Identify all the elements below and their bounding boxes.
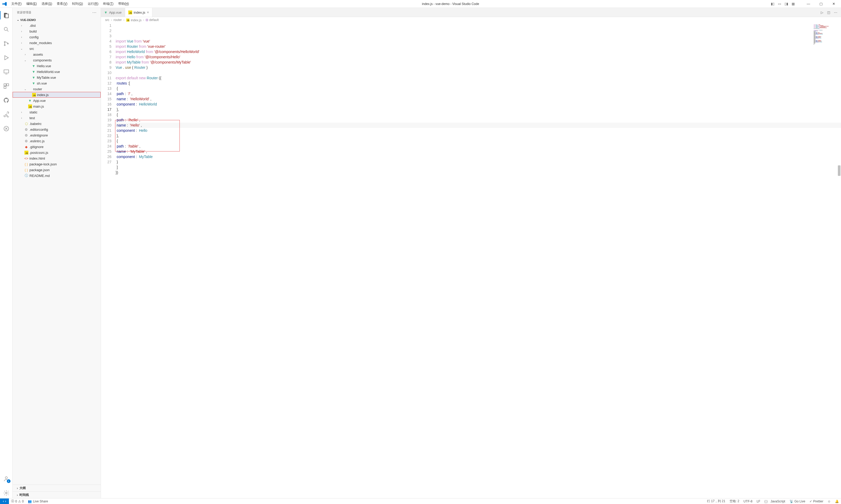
tree-item-.postcssrc.js[interactable]: JS.postcssrc.js	[13, 150, 101, 156]
notifications-icon[interactable]: 🔔	[833, 499, 841, 504]
accounts-icon[interactable]: 1	[0, 473, 13, 484]
scrollbar[interactable]	[837, 23, 841, 498]
remote-indicator[interactable]	[0, 499, 9, 504]
tree-item-static[interactable]: ›static	[13, 109, 101, 115]
code-line-19[interactable]: },	[116, 133, 841, 138]
layout-right-icon[interactable]: ▯▮	[784, 1, 789, 6]
source-control-icon[interactable]	[0, 38, 13, 49]
layout-grid-icon[interactable]: ▦	[791, 1, 796, 6]
tree-item-.babelrc[interactable]: ⬡.babelrc	[13, 121, 101, 127]
code-line-6[interactable]: Vue . use ( Router )	[116, 65, 841, 70]
minimize-button[interactable]: ―	[803, 0, 814, 8]
menu-帮助(H)[interactable]: 帮助(H)	[116, 1, 131, 7]
tree-item-assets[interactable]: ›assets	[13, 51, 101, 57]
timeline-section[interactable]: ›时间线	[13, 491, 101, 498]
tree-item-HelloWorld.vue[interactable]: ▼HelloWorld.vue	[13, 69, 101, 75]
code-line-17[interactable]: name : 'Hello' ,	[116, 123, 841, 128]
code-content[interactable]: import Vue from 'vue'import Router from …	[116, 23, 841, 498]
extensions-icon[interactable]	[0, 81, 13, 91]
code-line-1[interactable]: import Vue from 'vue'	[116, 39, 841, 44]
code-line-27[interactable]	[116, 175, 841, 180]
menu-选择(S)[interactable]: 选择(S)	[39, 1, 54, 7]
indentation[interactable]: 空格: 2	[727, 499, 741, 504]
liveshare-button[interactable]: 👥Live Share	[26, 499, 50, 504]
tree-item-App.vue[interactable]: ▼App.vue	[13, 98, 101, 104]
code-line-21[interactable]: path : '/table' ,	[116, 144, 841, 149]
tree-item-test[interactable]: ›test	[13, 115, 101, 121]
share-icon[interactable]	[0, 109, 13, 120]
eol[interactable]: LF	[755, 499, 762, 504]
code-line-2[interactable]: import Router from 'vue-router'	[116, 44, 841, 49]
tree-item-index.js[interactable]: JSindex.js	[13, 92, 101, 98]
menu-终端(T)[interactable]: 终端(T)	[101, 1, 115, 7]
tree-root[interactable]: ⌄ VUE-DEMO	[13, 17, 101, 22]
tree-item-.dist[interactable]: ›.dist	[13, 22, 101, 28]
tree-item-README.md[interactable]: ⓘREADME.md	[13, 173, 101, 179]
code-line-23[interactable]: component : MyTable	[116, 154, 841, 159]
prettier-button[interactable]: ✓Prettier	[807, 499, 825, 504]
tree-item-build[interactable]: ›build	[13, 28, 101, 34]
tree-item-.eslintignore[interactable]: ⚙.eslintignore	[13, 132, 101, 138]
breadcrumbs[interactable]: src›router›JS index.js›⊟ default	[101, 17, 841, 23]
code-line-14[interactable]: },	[116, 107, 841, 112]
code-editor[interactable]: 1234567891011121314151617181920212223242…	[101, 23, 841, 498]
sidebar-more-icon[interactable]: ⋯	[92, 10, 97, 15]
code-line-12[interactable]: name : 'HelloWorld' ,	[116, 96, 841, 102]
code-line-4[interactable]: import Hello from '@/components/Hello'	[116, 54, 841, 59]
menu-查看(V)[interactable]: 查看(V)	[55, 1, 69, 7]
code-line-7[interactable]	[116, 70, 841, 75]
layout-left-icon[interactable]: ▮▯	[770, 1, 775, 6]
code-line-11[interactable]: path : '/' ,	[116, 91, 841, 96]
tree-item-Hello.vue[interactable]: ▼Hello.vue	[13, 63, 101, 69]
code-line-22[interactable]: name : 'MyTable' ,	[116, 149, 841, 154]
breadcrumb-item[interactable]: src	[105, 18, 109, 22]
code-line-15[interactable]: {	[116, 112, 841, 117]
search-icon[interactable]	[0, 24, 13, 35]
code-line-10[interactable]: {	[116, 86, 841, 91]
tree-item-MyTable.vue[interactable]: ▼MyTable.vue	[13, 75, 101, 80]
maximize-button[interactable]: ▢	[816, 0, 826, 8]
code-line-26[interactable]: })	[116, 170, 841, 175]
tree-item-package.json[interactable]: { }package.json	[13, 167, 101, 173]
settings-gear-icon[interactable]	[0, 488, 13, 498]
tree-item-index.html[interactable]: <>index.html	[13, 156, 101, 161]
run-debug-icon[interactable]	[0, 53, 13, 63]
encoding[interactable]: UTF-8	[741, 499, 755, 504]
close-tab-icon[interactable]: ×	[147, 10, 149, 15]
remote-explorer-icon[interactable]	[0, 67, 13, 77]
code-line-9[interactable]: routes :[	[116, 80, 841, 86]
language-mode[interactable]: { } JavaScript	[762, 499, 787, 504]
tree-item-.editorconfig[interactable]: ⚙.editorconfig	[13, 127, 101, 132]
code-line-18[interactable]: component : Hello	[116, 128, 841, 133]
menu-文件(F)[interactable]: 文件(F)	[9, 1, 24, 7]
tree-item-components[interactable]: ⌄components	[13, 57, 101, 63]
code-line-13[interactable]: component : HelloWorld	[116, 102, 841, 107]
github-icon[interactable]	[0, 95, 13, 106]
golive-button[interactable]: 📡Go Live	[787, 499, 807, 504]
feedback-icon[interactable]: ☺	[825, 499, 833, 504]
tab-App.vue[interactable]: ▼App.vue	[101, 8, 125, 17]
breadcrumb-item[interactable]: router	[114, 18, 122, 22]
tree-item-.gitignore[interactable]: ◆.gitignore	[13, 144, 101, 150]
tree-item-package-lock.json[interactable]: { }package-lock.json	[13, 161, 101, 167]
code-line-3[interactable]: import HelloWorld from '@/components/Hel…	[116, 49, 841, 54]
menu-转到(G)[interactable]: 转到(G)	[70, 1, 85, 7]
tree-item-node_modules[interactable]: ›node_modules	[13, 40, 101, 46]
menu-运行(R)[interactable]: 运行(R)	[86, 1, 101, 7]
chatgpt-icon[interactable]	[0, 123, 13, 134]
code-line-24[interactable]: }	[116, 159, 841, 165]
code-line-20[interactable]: {	[116, 138, 841, 144]
explorer-icon[interactable]	[0, 10, 13, 20]
tree-item-src[interactable]: ⌄src	[13, 46, 101, 51]
code-line-16[interactable]: path : '/hello' ,	[116, 117, 841, 123]
run-icon[interactable]: ▷	[821, 11, 823, 15]
tree-item-config[interactable]: ›config	[13, 34, 101, 40]
close-button[interactable]: ✕	[828, 0, 839, 8]
breadcrumb-item[interactable]: JS index.js	[126, 18, 141, 22]
code-line-8[interactable]: export default new Router ({	[116, 75, 841, 80]
tab-index.js[interactable]: JSindex.js×	[125, 8, 152, 17]
cursor-position[interactable]: 行 17，列 21	[705, 499, 727, 504]
code-line-5[interactable]: import MyTable from '@/components/MyTabl…	[116, 59, 841, 65]
outline-section[interactable]: ›大纲	[13, 485, 101, 491]
more-icon[interactable]: ⋯	[834, 11, 837, 15]
